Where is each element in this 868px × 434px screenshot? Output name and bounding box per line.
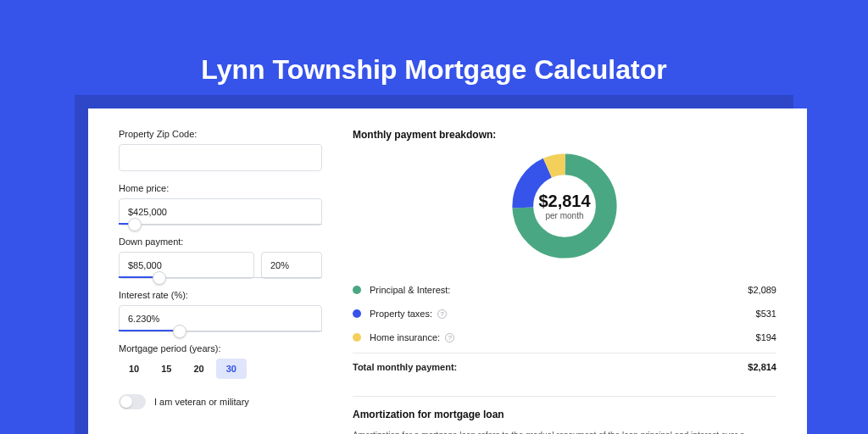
legend-value: $194 [756, 332, 776, 342]
period-10[interactable]: 10 [119, 359, 149, 379]
mortgage-period-label: Mortgage period (years): [119, 343, 322, 353]
down-payment-percent-input[interactable] [261, 252, 322, 279]
legend-total-value: $2,814 [748, 362, 776, 372]
period-15[interactable]: 15 [151, 359, 181, 379]
legend-item-insurance: Home insurance: ? $194 [353, 326, 776, 349]
zip-input[interactable] [119, 144, 322, 171]
donut-center: $2,814 per month [538, 192, 590, 220]
interest-rate-field: Interest rate (%): [119, 290, 322, 331]
period-options: 10 15 20 30 [119, 359, 322, 379]
legend-label: Property taxes: [370, 309, 432, 319]
period-20[interactable]: 20 [184, 359, 214, 379]
home-price-label: Home price: [119, 183, 322, 193]
donut-chart: $2,814 per month [353, 151, 776, 261]
page-title: Lynn Township Mortgage Calculator [0, 0, 868, 86]
breakdown-title: Monthly payment breakdown: [353, 129, 776, 141]
home-price-field: Home price: [119, 183, 322, 225]
mortgage-period-field: Mortgage period (years): 10 15 20 30 [119, 343, 322, 379]
legend-label: Home insurance: [370, 332, 440, 342]
veteran-label: I am veteran or military [154, 397, 249, 407]
amortization-text: Amortization for a mortgage loan refers … [353, 429, 776, 434]
zip-label: Property Zip Code: [119, 129, 322, 139]
down-payment-amount-input[interactable] [119, 252, 254, 279]
legend-item-principal: Principal & Interest: $2,089 [353, 278, 776, 302]
home-price-slider[interactable] [119, 224, 322, 225]
slider-thumb[interactable] [173, 325, 186, 338]
down-payment-slider[interactable] [119, 277, 322, 278]
interest-rate-label: Interest rate (%): [119, 290, 322, 300]
veteran-toggle[interactable] [119, 394, 146, 409]
interest-rate-input[interactable] [119, 305, 322, 332]
swatch-yellow [353, 333, 361, 342]
down-payment-field: Down payment: [119, 236, 322, 278]
legend-value: $531 [756, 309, 776, 319]
legend-value: $2,089 [748, 285, 776, 295]
calculator-card: Property Zip Code: Home price: Down paym… [88, 108, 807, 434]
donut-sub: per month [538, 211, 590, 220]
info-icon[interactable]: ? [445, 333, 454, 342]
donut-amount: $2,814 [538, 192, 590, 211]
veteran-row: I am veteran or military [119, 394, 322, 409]
home-price-input[interactable] [119, 198, 322, 225]
legend-label: Principal & Interest: [370, 285, 450, 295]
legend-item-total: Total monthly payment: $2,814 [353, 353, 776, 379]
legend-item-taxes: Property taxes: ? $531 [353, 302, 776, 326]
swatch-green [353, 286, 361, 294]
swatch-blue [353, 309, 361, 318]
breakdown-column: Monthly payment breakdown: $2,814 per mo… [353, 129, 776, 434]
info-icon[interactable]: ? [437, 309, 447, 319]
period-30[interactable]: 30 [216, 359, 247, 379]
divider [353, 396, 776, 397]
form-column: Property Zip Code: Home price: Down paym… [119, 129, 322, 434]
zip-field: Property Zip Code: [119, 129, 322, 171]
legend-total-label: Total monthly payment: [353, 362, 457, 372]
down-payment-label: Down payment: [119, 236, 322, 247]
amortization-title: Amortization for mortgage loan [353, 409, 776, 420]
legend: Principal & Interest: $2,089 Property ta… [353, 278, 776, 379]
slider-thumb[interactable] [128, 218, 142, 231]
slider-thumb[interactable] [153, 271, 166, 285]
interest-rate-slider[interactable] [119, 331, 322, 331]
toggle-knob [120, 396, 132, 408]
